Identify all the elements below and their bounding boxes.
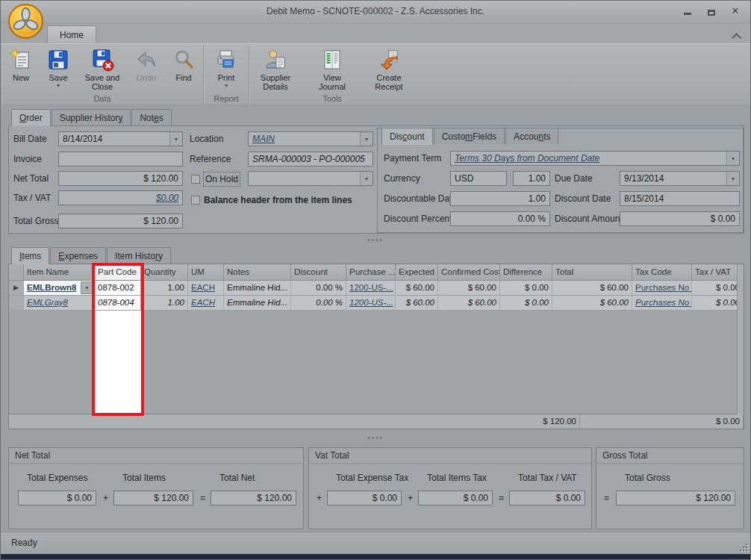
balance-header-checkbox[interactable]: Balance header from the item lines (191, 194, 352, 206)
col-header-tax-vat[interactable]: Tax / VAT (692, 264, 744, 281)
tab-accounts[interactable]: Accounts (505, 128, 558, 144)
tab-item-history[interactable]: Item History (107, 247, 171, 264)
col-header-discount[interactable]: Discount (291, 264, 346, 281)
exchange-rate-field[interactable]: 1.00 (513, 171, 550, 186)
col-header-um[interactable]: UM (188, 264, 224, 281)
on-hold-checkbox[interactable]: On Hold (191, 172, 240, 186)
horizontal-splitter[interactable]: •••• (1, 434, 750, 443)
location-field[interactable]: MAIN ▾ (248, 131, 373, 146)
cell-item-name[interactable]: EMLBrown8 ▾ (24, 281, 95, 296)
net-total-field[interactable]: $ 120.00 (58, 171, 183, 186)
grid-row[interactable]: ▶ EMLBrown8 ▾ 0878-002 1.00 EACH Emmalin… (9, 281, 744, 296)
save-dropdown-icon[interactable]: ▾ (57, 83, 60, 88)
close-button[interactable]: ✕ (729, 6, 741, 16)
cell-purchase[interactable]: 1200-US-... (346, 281, 396, 296)
cell-um[interactable]: EACH (188, 281, 224, 296)
cell-total[interactable]: $ 60.00 (552, 281, 632, 296)
checkbox-icon[interactable] (191, 175, 200, 184)
horizontal-splitter[interactable]: •••• (1, 236, 750, 245)
due-date-field[interactable]: 9/13/2014 ▾ (620, 171, 740, 186)
cell-difference[interactable]: $ 0.00 (500, 281, 552, 296)
discount-amount-field[interactable]: $ 0.00 (620, 211, 740, 226)
cell-um[interactable]: EACH (188, 296, 224, 311)
col-header-notes[interactable]: Notes (224, 264, 291, 281)
total-gross-field[interactable]: $ 120.00 (58, 214, 183, 228)
cell-purchase[interactable]: 1200-US-... (346, 296, 396, 311)
cell-tax-code[interactable]: Purchases No ... (632, 296, 692, 311)
cell-expected[interactable]: $ 60.00 (396, 281, 438, 296)
col-header-part-code[interactable]: Part Code (95, 264, 141, 281)
invoice-field[interactable] (58, 152, 183, 167)
new-button[interactable]: New (2, 47, 40, 82)
tax-vat-field[interactable]: $0.00 (58, 190, 183, 205)
cell-confirmed-cost[interactable]: $ 60.00 (438, 296, 500, 311)
tab-supplier-history[interactable]: Supplier History (52, 109, 131, 125)
cell-expected[interactable]: $ 60.00 (396, 296, 438, 311)
collapse-ribbon-icon[interactable] (733, 33, 740, 40)
print-dropdown-icon[interactable]: ▾ (225, 83, 228, 88)
create-receipt-button[interactable]: Create Receipt (364, 47, 414, 91)
cell-item-name[interactable]: EMLGray8 (24, 296, 95, 311)
cell-discount[interactable]: 0.00 % (291, 296, 346, 311)
cell-tax-vat[interactable]: $ 0.00 (692, 281, 744, 296)
supplier-details-button[interactable]: Supplier Details (250, 47, 301, 91)
discount-percent-field[interactable]: 0.00 % (450, 211, 550, 226)
chevron-down-icon[interactable]: ▾ (726, 152, 739, 165)
checkbox-icon[interactable] (191, 196, 200, 205)
col-header-total[interactable]: Total (552, 264, 632, 281)
col-header-item-name[interactable]: Item Name (24, 264, 95, 281)
cell-tax-vat[interactable]: $ 0.00 (692, 296, 744, 311)
tax-vat-label: Tax / VAT (13, 190, 51, 205)
tab-discount[interactable]: Discount (381, 128, 433, 145)
cell-total[interactable]: $ 60.00 (552, 296, 632, 311)
cell-part-code[interactable]: 0878-004 (95, 296, 141, 311)
tab-home[interactable]: Home (47, 25, 96, 43)
chevron-down-icon[interactable]: ▾ (360, 132, 373, 146)
tab-order[interactable]: Order (11, 109, 51, 126)
discountable-days-field[interactable]: 1.00 (450, 191, 550, 206)
cell-notes[interactable]: Emmaline Hid... (224, 281, 291, 296)
col-header-confirmed-cost[interactable]: Confirmed Cost (438, 264, 500, 281)
col-header-purchase[interactable]: Purchase ... (346, 264, 396, 281)
vertical-scrollbar[interactable] (737, 264, 744, 414)
bill-date-field[interactable]: 8/14/2014 ▾ (58, 131, 183, 146)
chevron-down-icon[interactable]: ▾ (726, 172, 739, 185)
app-menu-button[interactable] (7, 3, 44, 40)
cell-difference[interactable]: $ 0.00 (500, 296, 552, 311)
payment-term-field[interactable]: Terms 30 Days from Document Date ▾ (450, 151, 740, 166)
view-journal-button[interactable]: View Journal (303, 47, 361, 91)
col-header-quantity[interactable]: Quantity (141, 264, 188, 281)
maximize-button[interactable] (705, 6, 717, 16)
chevron-down-icon[interactable]: ▾ (360, 172, 373, 185)
col-header-difference[interactable]: Difference (500, 264, 552, 281)
items-grid: Item Name Part Code Quantity UM Notes Di… (8, 264, 744, 429)
reference-field[interactable]: SRMA-000003 - PO-000005 (248, 152, 373, 167)
chevron-down-icon[interactable]: ▾ (81, 281, 93, 294)
resize-grip[interactable] (738, 542, 747, 551)
equals-operator: = (604, 493, 609, 503)
on-hold-reason-field[interactable]: ▾ (248, 171, 373, 186)
cell-part-code[interactable]: 0878-002 (95, 281, 141, 296)
undo-button[interactable]: Undo (128, 47, 165, 82)
cell-quantity[interactable]: 1.00 (141, 281, 188, 296)
currency-field[interactable]: USD (450, 171, 507, 186)
tab-items[interactable]: Items (11, 247, 49, 264)
save-button[interactable]: Save ▾ (40, 47, 77, 88)
print-button[interactable]: Print ▾ (205, 47, 248, 88)
grid-row[interactable]: EMLGray8 0878-004 1.00 EACH Emmaline Hid… (9, 296, 744, 311)
minimize-button[interactable] (682, 6, 694, 16)
tab-expenses[interactable]: Expenses (50, 247, 106, 264)
cell-tax-code[interactable]: Purchases No ... (632, 281, 692, 296)
col-header-expected[interactable]: Expected ... (396, 264, 438, 281)
discount-date-field[interactable]: 8/15/2014 (620, 191, 740, 206)
tab-notes[interactable]: Notes (131, 109, 171, 125)
find-button[interactable]: Find (165, 47, 202, 82)
save-and-close-button[interactable]: Save and Close (77, 47, 128, 91)
cell-notes[interactable]: Emmaline Hid... (224, 296, 291, 311)
cell-discount[interactable]: 0.00 % (291, 281, 346, 296)
cell-confirmed-cost[interactable]: $ 60.00 (438, 281, 500, 296)
chevron-down-icon[interactable]: ▾ (169, 132, 182, 146)
cell-quantity[interactable]: 1.00 (141, 296, 188, 311)
tab-custom-fields[interactable]: Custom Fields (434, 128, 505, 144)
col-header-tax-code[interactable]: Tax Code (632, 264, 692, 281)
